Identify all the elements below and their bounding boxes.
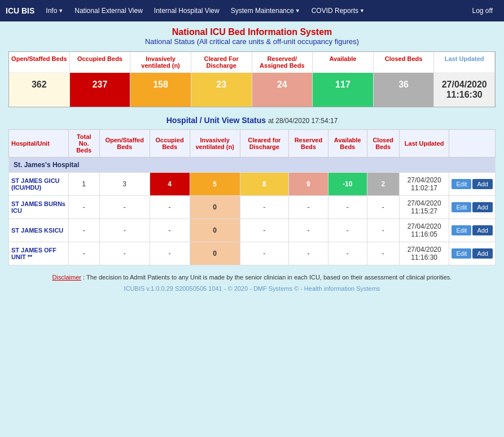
- logout-button[interactable]: Log off: [467, 7, 498, 15]
- unit-available: -10: [328, 173, 367, 196]
- unit-invasively: 0: [190, 242, 240, 265]
- unit-last-updated: 27/04/2020 11:16:05: [399, 219, 449, 242]
- col-occupied: Occupied Beds: [70, 52, 131, 72]
- add-button[interactable]: Add: [472, 248, 493, 259]
- national-header: National ICU Bed Information System Nati…: [8, 27, 496, 46]
- val-reserved: 24: [252, 72, 313, 107]
- unit-cleared: 8: [240, 173, 288, 196]
- th-actions: [449, 130, 496, 158]
- col-last-updated: Last Updated: [434, 52, 495, 72]
- brand-logo: ICU BIS: [6, 6, 34, 15]
- stats-values-row: 362 237 158 23 24 117 36 27/04/2020 11:1…: [9, 72, 495, 107]
- unit-open-staffed: 3: [99, 173, 150, 196]
- unit-open-staffed: -: [99, 196, 150, 219]
- national-stats-table: Open/Staffed Beds Occupied Beds Invasive…: [8, 51, 496, 107]
- val-last-updated: 27/04/2020 11:16:30: [434, 72, 495, 107]
- unit-last-updated: 27/04/2020 11:16:30: [399, 242, 449, 265]
- table-row: ST JAMES OFF UNIT **---0----27/04/2020 1…: [9, 242, 496, 265]
- unit-closed: -: [367, 196, 399, 219]
- th-reserved: Reserved Beds: [288, 130, 328, 158]
- unit-closed: -: [367, 242, 399, 265]
- hospital-table: Hospital/Unit Total No. Beds Open/Staffe…: [8, 129, 496, 265]
- unit-name: ST JAMES KSICU: [9, 219, 69, 242]
- th-open-staffed: Open/Staffed Beds: [99, 130, 150, 158]
- hospital-header: Hospital / Unit View Status at 28/04/202…: [8, 116, 496, 125]
- nav-info[interactable]: Info ▼: [40, 0, 69, 21]
- unit-cleared: -: [240, 219, 288, 242]
- unit-occupied: -: [150, 242, 190, 265]
- unit-open-staffed: -: [99, 242, 150, 265]
- nav-system-maintenance[interactable]: System Maintenance ▼: [225, 0, 306, 21]
- unit-cleared: -: [240, 242, 288, 265]
- unit-total: -: [68, 242, 99, 265]
- info-dropdown-icon: ▼: [58, 8, 63, 14]
- unit-cleared: -: [240, 196, 288, 219]
- val-occupied: 237: [70, 72, 131, 107]
- hospital-timestamp: at 28/04/2020 17:54:17: [268, 117, 338, 125]
- main-content: National ICU Bed Information System Nati…: [0, 21, 504, 298]
- hospital-title: Hospital / Unit View Status at 28/04/202…: [8, 116, 496, 125]
- edit-button[interactable]: Edit: [452, 202, 471, 212]
- col-reserved: Reserved/ Assigned Beds: [252, 52, 313, 72]
- col-available: Available: [313, 52, 374, 72]
- edit-button[interactable]: Edit: [452, 248, 471, 259]
- th-last-updated: Last Updated: [399, 130, 449, 158]
- unit-last-updated: 27/04/2020 11:02:17: [399, 173, 449, 196]
- section-header-row: St. James's Hospital: [9, 158, 496, 173]
- add-button[interactable]: Add: [472, 225, 493, 235]
- unit-actions: EditAdd: [449, 173, 496, 196]
- unit-name: ST JAMES OFF UNIT **: [9, 242, 69, 265]
- th-available: Available Beds: [328, 130, 367, 158]
- edit-button[interactable]: Edit: [452, 179, 471, 189]
- unit-occupied: -: [150, 196, 190, 219]
- th-cleared: Cleared for Discharge: [240, 130, 288, 158]
- navbar: ICU BIS Info ▼ National External View In…: [0, 0, 504, 21]
- unit-actions: EditAdd: [449, 242, 496, 265]
- nav-covid-reports[interactable]: COVID Reports ▼: [306, 0, 370, 21]
- unit-available: -: [328, 196, 367, 219]
- col-invasively: Invasively ventilated (n): [130, 52, 191, 72]
- unit-total: -: [68, 219, 99, 242]
- val-closed: 36: [374, 72, 435, 107]
- th-hospital-unit: Hospital/Unit: [9, 130, 69, 158]
- footer: ICUBIS v.1.0.0.29 S20050505 1041 - © 202…: [8, 285, 496, 292]
- unit-invasively: 0: [190, 219, 240, 242]
- disclaimer-text: : The decision to Admit Patients to any …: [81, 274, 452, 281]
- national-subtitle: National Status (All critical care units…: [8, 37, 496, 46]
- nav-internal-hospital[interactable]: Internal Hospital View: [148, 0, 225, 21]
- section-header-label: St. James's Hospital: [9, 158, 496, 173]
- val-cleared: 23: [191, 72, 252, 107]
- unit-available: -: [328, 242, 367, 265]
- unit-invasively: 5: [190, 173, 240, 196]
- national-title: National ICU Bed Information System: [8, 27, 496, 37]
- unit-last-updated: 27/04/2020 11:15:27: [399, 196, 449, 219]
- unit-name: ST JAMES BURNs ICU: [9, 196, 69, 219]
- nav-national-external[interactable]: National External View: [69, 0, 148, 21]
- unit-reserved: -: [288, 219, 328, 242]
- edit-button[interactable]: Edit: [452, 225, 471, 235]
- unit-occupied: -: [150, 219, 190, 242]
- unit-name: ST JAMES GICU (ICU/HDU): [9, 173, 69, 196]
- table-row: ST JAMES GICU (ICU/HDU)134589-10227/04/2…: [9, 173, 496, 196]
- unit-actions: EditAdd: [449, 219, 496, 242]
- system-maintenance-dropdown-icon: ▼: [295, 8, 300, 14]
- add-button[interactable]: Add: [472, 202, 493, 212]
- unit-total: -: [68, 196, 99, 219]
- val-available: 117: [313, 72, 374, 107]
- col-open-staffed: Open/Staffed Beds: [9, 52, 70, 72]
- col-closed: Closed Beds: [374, 52, 435, 72]
- table-row: ST JAMES KSICU---0----27/04/2020 11:16:0…: [9, 219, 496, 242]
- disclaimer: Disclaimer : The decision to Admit Patie…: [8, 274, 496, 281]
- th-invasively: Invasively ventilated (n): [190, 130, 240, 158]
- disclaimer-link[interactable]: Disclaimer: [52, 274, 81, 281]
- col-cleared: Cleared For Discharge: [191, 52, 252, 72]
- unit-closed: 2: [367, 173, 399, 196]
- unit-available: -: [328, 219, 367, 242]
- unit-reserved: -: [288, 242, 328, 265]
- th-total-beds: Total No. Beds: [68, 130, 99, 158]
- unit-open-staffed: -: [99, 219, 150, 242]
- unit-actions: EditAdd: [449, 196, 496, 219]
- unit-reserved: 9: [288, 173, 328, 196]
- th-closed: Closed Beds: [367, 130, 399, 158]
- add-button[interactable]: Add: [472, 179, 493, 189]
